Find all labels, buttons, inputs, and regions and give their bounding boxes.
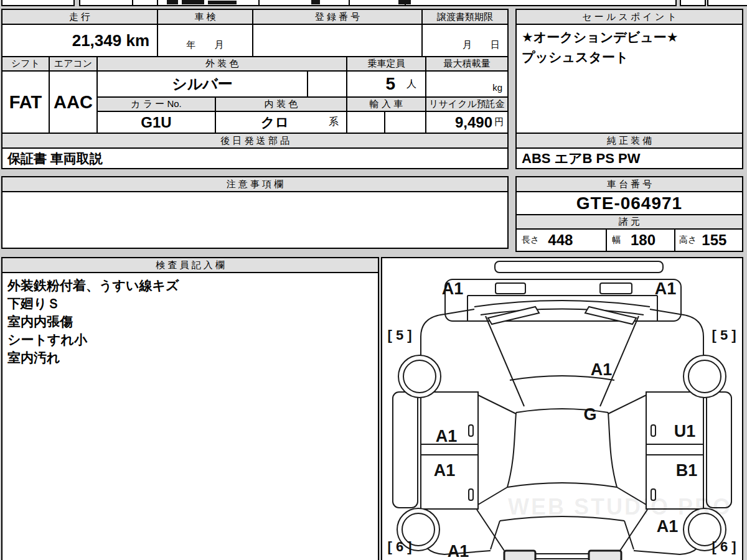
max-load-unit: kg bbox=[425, 70, 509, 98]
car-diagram-box: WEB STUDIO PRO A1 A1 A1 G A1 A1 U1 B1 A1… bbox=[381, 257, 743, 560]
inspector-line: 外装鉄粉付着、うすい線キズ bbox=[7, 276, 373, 294]
mileage-value: 21,349 km bbox=[1, 24, 158, 57]
genuine-equipment-header: 純 正 装 備 bbox=[515, 133, 743, 149]
front-edge-strip bbox=[495, 261, 663, 273]
label-tire-rear-right: [ 6 ] bbox=[712, 539, 736, 554]
rear-bumper-lines bbox=[535, 554, 589, 559]
later-parts-value: 保証書 車両取説 bbox=[1, 147, 509, 169]
spec-width-value: 180 bbox=[631, 231, 655, 249]
max-load-header: 最大積載量 bbox=[425, 56, 509, 72]
interior-color-cell: クロ 系 bbox=[215, 111, 347, 134]
capacity-header: 乗車定員 bbox=[346, 56, 426, 72]
genuine-equipment-value: ABS エアB PS PW bbox=[515, 147, 743, 169]
recycle-deposit-value: 9,490 bbox=[455, 114, 492, 131]
left-sill bbox=[393, 392, 418, 508]
spec-length-cell: 長さ 448 bbox=[515, 228, 607, 252]
label-left-rear-quarter: A1 bbox=[448, 542, 469, 560]
label-tire-front-right: [ 5 ] bbox=[712, 327, 736, 343]
label-right-rear-door: B1 bbox=[676, 461, 698, 480]
headlight-right bbox=[600, 283, 632, 294]
label-right-rear-quarter: A1 bbox=[657, 517, 679, 536]
registration-header: 登 録 番 号 bbox=[252, 9, 423, 25]
aircon-value: AAC bbox=[49, 70, 98, 134]
exterior-color-header: 外 装 色 bbox=[96, 56, 347, 72]
chassis-number-value: GTE-064971 bbox=[515, 191, 743, 215]
inspection-header: 車 検 bbox=[157, 9, 253, 25]
inspector-line: 室内汚れ bbox=[7, 348, 373, 366]
spec-height-value: 155 bbox=[702, 231, 726, 249]
spec-length-value: 448 bbox=[548, 231, 573, 249]
import-car-cell bbox=[384, 111, 426, 134]
inspector-content: 外装鉄粉付着、うすい線キズ 下廻りＳ 室内内張傷 シートすれ小 室内汚れ bbox=[1, 272, 379, 560]
inspector-header: 検 査 員 記 入 欄 bbox=[1, 257, 379, 273]
transfer-deadline-header: 譲渡書類期限 bbox=[421, 9, 509, 25]
spec-height-label: 高さ bbox=[679, 235, 697, 246]
car-diagram: WEB STUDIO PRO A1 A1 A1 G A1 A1 U1 B1 A1… bbox=[382, 258, 742, 560]
front-right-wheel-inner bbox=[688, 360, 721, 393]
auction-sheet: 走 行 車 検 登 録 番 号 譲渡書類期限 21,349 km 年 月 月 日… bbox=[0, 0, 747, 560]
cropped-row-divider bbox=[349, 0, 350, 6]
label-front-bumper-left: A1 bbox=[442, 279, 464, 298]
headlight-left bbox=[496, 283, 525, 294]
interior-color-suffix: 系 bbox=[329, 116, 339, 129]
cropped-row-divider bbox=[132, 0, 133, 6]
cabin-sides bbox=[507, 413, 617, 487]
spec-length-label: 長さ bbox=[522, 235, 539, 246]
front-left-wheel-inner bbox=[403, 360, 436, 393]
notes-content bbox=[1, 191, 509, 249]
cropped-text-fragment bbox=[208, 1, 237, 4]
sales-point-line: プッシュスタート bbox=[522, 47, 737, 67]
label-tire-rear-left: [ 6 ] bbox=[387, 539, 411, 554]
recycle-deposit-cell: 9,490 円 bbox=[425, 111, 509, 134]
exterior-color-value: シルバー bbox=[96, 70, 308, 98]
spec-width-cell: 幅 180 bbox=[606, 228, 675, 252]
cropped-row-cell bbox=[707, 0, 747, 6]
windshield-sides bbox=[486, 316, 639, 406]
label-hood: A1 bbox=[591, 360, 613, 379]
import-car-cell bbox=[346, 111, 385, 134]
spec-width-label: 幅 bbox=[612, 235, 621, 246]
exterior-color-extra-cell bbox=[307, 70, 347, 98]
door-handle bbox=[469, 489, 473, 500]
interior-color-header: 内 装 色 bbox=[215, 96, 347, 112]
inspector-line: 下廻りＳ bbox=[7, 294, 373, 312]
interior-color-value: クロ bbox=[261, 113, 289, 132]
door-handle bbox=[469, 425, 473, 436]
cropped-text-fragment bbox=[167, 0, 178, 4]
recycle-deposit-header: リサイクル預託金 bbox=[425, 96, 509, 112]
recycle-deposit-unit: 円 bbox=[494, 116, 504, 128]
inspector-line: 室内内張傷 bbox=[7, 312, 373, 330]
door-handle bbox=[651, 425, 655, 436]
specs-header: 諸 元 bbox=[515, 214, 743, 230]
label-front-bumper-right: A1 bbox=[655, 279, 677, 298]
color-no-value: G1U bbox=[96, 111, 216, 134]
capacity-value: 5 bbox=[385, 74, 395, 94]
cropped-row-divider bbox=[258, 0, 260, 6]
chassis-number-header: 車 台 番 号 bbox=[515, 176, 743, 192]
color-no-header: カ ラ ー No. bbox=[96, 96, 216, 112]
cropped-row-cell bbox=[1, 0, 75, 6]
capacity-value-cell: 5 人 bbox=[346, 70, 426, 98]
sales-point-line: ★オークションデビュー★ bbox=[522, 27, 737, 47]
label-left-front-door: A1 bbox=[436, 427, 458, 446]
aircon-header: エアコン bbox=[49, 56, 98, 72]
sales-points-content: ★オークションデビュー★ プッシュスタート bbox=[515, 24, 743, 134]
label-cowl: G bbox=[583, 405, 596, 424]
inspection-value: 年 月 bbox=[157, 24, 253, 57]
registration-value bbox=[252, 24, 423, 57]
cropped-row-divider bbox=[157, 0, 158, 6]
cropped-text-fragment bbox=[182, 0, 204, 4]
tail-light-left bbox=[504, 551, 535, 560]
cropped-row-cell bbox=[680, 0, 706, 6]
watermark-text: WEB STUDIO PRO bbox=[508, 494, 732, 520]
cropped-text-fragment bbox=[311, 0, 320, 4]
import-car-header: 輸 入 車 bbox=[346, 96, 426, 112]
cropped-text-fragment bbox=[398, 0, 411, 4]
inspector-line: シートすれ小 bbox=[7, 330, 373, 348]
label-right-front-door: U1 bbox=[674, 422, 696, 441]
capacity-unit: 人 bbox=[406, 78, 416, 91]
mileage-header: 走 行 bbox=[1, 9, 158, 25]
trunk-sides bbox=[491, 521, 634, 549]
right-sill bbox=[707, 392, 731, 508]
label-left-rear-door: A1 bbox=[434, 461, 456, 480]
